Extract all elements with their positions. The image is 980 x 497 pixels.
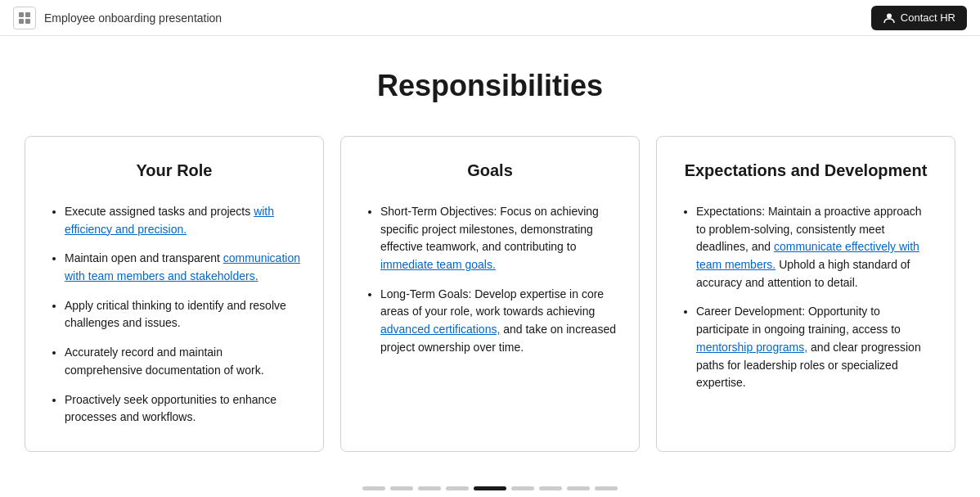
person-icon [883,11,896,25]
your-role-title: Your Role [48,161,300,180]
list-item: Accurately record and maintain comprehen… [65,344,300,379]
highlight-text: communicate effectively with team member… [696,240,919,271]
expectations-list: Expectations: Maintain a proactive appro… [680,203,932,392]
svg-rect-3 [25,19,30,24]
highlight-text: mentorship programs, [696,341,807,354]
svg-rect-2 [19,19,24,24]
highlight-text: communication with team members and stak… [65,251,300,282]
nav-dot[interactable] [511,486,534,490]
list-item: Career Development: Opportunity to parti… [696,303,932,391]
contact-hr-label: Contact HR [901,11,955,24]
list-item: Execute assigned tasks and projects with… [65,203,300,238]
highlight-text: immediate team goals. [380,258,496,271]
contact-hr-button[interactable]: Contact HR [871,6,967,30]
your-role-list: Execute assigned tasks and projects with… [48,203,300,427]
expectations-card: Expectations and Development Expectation… [656,136,955,452]
list-item: Long-Term Goals: Develop expertise in co… [380,286,616,357]
your-role-card: Your Role Execute assigned tasks and pro… [25,136,324,452]
page-title: Responsibilities [25,69,955,103]
nav-dot[interactable] [390,486,413,490]
nav-dot[interactable] [567,486,590,490]
grid-icon[interactable] [13,7,36,29]
presentation-title: Employee onboarding presentation [44,11,222,25]
nav-dot[interactable] [446,486,469,490]
highlight-text: with efficiency and precision. [65,205,274,236]
nav-dot[interactable] [539,486,562,490]
expectations-title: Expectations and Development [680,161,932,180]
highlight-text: advanced certifications, [380,323,500,336]
nav-dot[interactable] [362,486,385,490]
list-item: Maintain open and transparent communicat… [65,250,300,285]
cards-container: Your Role Execute assigned tasks and pro… [25,136,955,452]
goals-title: Goals [364,161,616,180]
bottom-nav [0,464,980,497]
svg-rect-0 [19,12,24,17]
goals-card: Goals Short-Term Objectives: Focus on ac… [340,136,640,452]
list-item: Short-Term Objectives: Focus on achievin… [380,203,616,274]
svg-rect-1 [25,12,30,17]
goals-list: Short-Term Objectives: Focus on achievin… [364,203,616,357]
list-item: Apply critical thinking to identify and … [65,297,300,332]
nav-dot[interactable] [418,486,441,490]
nav-dot-active[interactable] [474,486,506,490]
main-content: Responsibilities Your Role Execute assig… [0,36,980,477]
svg-point-4 [887,13,892,18]
list-item: Expectations: Maintain a proactive appro… [696,203,932,291]
list-item: Proactively seek opportunities to enhanc… [65,391,300,427]
topbar-left: Employee onboarding presentation [13,7,222,29]
nav-dot[interactable] [595,486,618,490]
topbar: Employee onboarding presentation Contact… [0,0,980,36]
